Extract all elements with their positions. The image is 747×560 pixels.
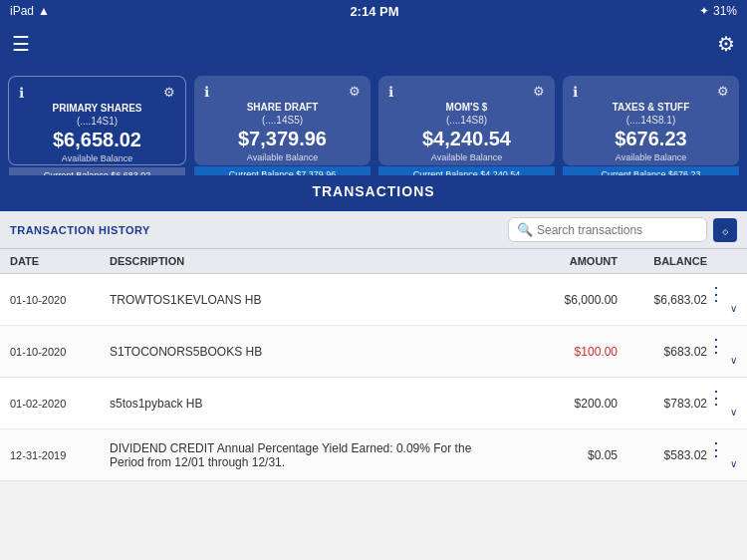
account-balance: $6,658.02	[19, 129, 175, 151]
tx-date: 01-02-2020	[10, 398, 110, 410]
tx-description: TROWTOS1KEVLOANS HB	[110, 293, 518, 307]
tx-date: 01-10-2020	[10, 294, 110, 306]
filter-icon: ⬦	[721, 222, 729, 238]
info-icon[interactable]: ℹ	[19, 85, 24, 101]
search-icon: 🔍	[517, 222, 533, 237]
header: ☰ ⚙	[0, 22, 747, 66]
account-number: (....14S5)	[204, 115, 361, 126]
balance-label: Available Balance	[388, 152, 545, 162]
account-name: TAXES & STUFF	[573, 102, 729, 113]
tx-date: 12-31-2019	[10, 449, 110, 461]
tx-amount: $6,000.00	[518, 293, 618, 307]
chevron-down-icon: ∨	[707, 355, 737, 366]
tx-more-menu[interactable]: ⋮ ∨	[707, 440, 737, 469]
current-balance-bar: Current Balance $6,683.02	[9, 167, 185, 175]
account-card-3[interactable]: ℹ ⚙ TAXES & STUFF (....14S8.1) $676.23 A…	[563, 76, 739, 165]
carrier-label: iPad	[10, 4, 34, 18]
more-dots-icon[interactable]: ⋮	[707, 285, 737, 303]
search-box: 🔍	[508, 217, 707, 242]
account-name: SHARE DRAFT	[204, 102, 361, 113]
tx-more-menu[interactable]: ⋮ ∨	[707, 389, 737, 418]
tx-more-menu[interactable]: ⋮ ∨	[707, 285, 737, 314]
tx-balance: $783.02	[618, 397, 707, 411]
more-dots-icon[interactable]: ⋮	[707, 440, 737, 458]
info-icon[interactable]: ℹ	[204, 84, 209, 100]
balance-label: Available Balance	[573, 152, 729, 162]
account-card-2[interactable]: ℹ ⚙ MOM'S $ (....14S8) $4,240.54 Availab…	[378, 76, 555, 165]
tx-more-menu[interactable]: ⋮ ∨	[707, 337, 737, 366]
table-header: DATE DESCRIPTION AMOUNT BALANCE	[0, 249, 747, 274]
settings-icon[interactable]: ⚙	[717, 32, 735, 56]
tx-amount: $200.00	[518, 397, 618, 411]
menu-icon[interactable]: ☰	[12, 32, 30, 56]
history-label: TRANSACTION HISTORY	[10, 224, 150, 236]
transactions-header: TRANSACTIONS	[0, 175, 747, 211]
transaction-history-bar: TRANSACTION HISTORY 🔍 ⬦	[0, 211, 747, 249]
tx-description: s5tos1pyback HB	[110, 397, 518, 411]
card-gear-icon[interactable]: ⚙	[349, 84, 361, 99]
info-icon[interactable]: ℹ	[388, 84, 393, 100]
status-bar: iPad ▲ 2:14 PM ✦ 31%	[0, 0, 747, 22]
table-row[interactable]: 12-31-2019 DIVIDEND CREDIT Annual Percen…	[0, 429, 747, 481]
table-row[interactable]: 01-10-2020 TROWTOS1KEVLOANS HB $6,000.00…	[0, 274, 747, 326]
card-gear-icon[interactable]: ⚙	[717, 84, 729, 99]
account-number: (....14S8.1)	[573, 115, 729, 126]
card-gear-icon[interactable]: ⚙	[163, 85, 175, 100]
tx-description: S1TOCONORS5BOOKS HB	[110, 345, 518, 359]
account-number: (....14S8)	[388, 115, 545, 126]
account-balance: $676.23	[573, 128, 729, 150]
account-card-1[interactable]: ℹ ⚙ SHARE DRAFT (....14S5) $7,379.96 Ava…	[194, 76, 371, 165]
balance-label: Available Balance	[204, 152, 361, 162]
col-header-balance: BALANCE	[618, 255, 707, 267]
more-dots-icon[interactable]: ⋮	[707, 337, 737, 355]
search-area: 🔍 ⬦	[508, 217, 737, 242]
current-balance-bar: Current Balance $4,240.54	[378, 166, 555, 175]
card-gear-icon[interactable]: ⚙	[533, 84, 545, 99]
current-balance-bar: Current Balance $7,379.96	[194, 166, 371, 175]
tx-date: 01-10-2020	[10, 346, 110, 358]
col-header-amount: AMOUNT	[518, 255, 618, 267]
chevron-down-icon: ∨	[707, 407, 737, 418]
transactions-title: TRANSACTIONS	[312, 183, 434, 199]
col-header-description: DESCRIPTION	[110, 255, 518, 267]
filter-button[interactable]: ⬦	[713, 218, 737, 242]
account-name: PRIMARY SHARES	[19, 103, 175, 114]
info-icon[interactable]: ℹ	[573, 84, 578, 100]
time-label: 2:14 PM	[350, 4, 398, 19]
search-input[interactable]	[537, 223, 696, 237]
table-row[interactable]: 01-02-2020 s5tos1pyback HB $200.00 $783.…	[0, 378, 747, 429]
account-name: MOM'S $	[388, 102, 545, 113]
tx-balance: $683.02	[618, 345, 707, 359]
battery-label: 31%	[713, 4, 737, 18]
balance-label: Available Balance	[19, 153, 175, 163]
account-number: (....14S1)	[19, 116, 175, 127]
account-balance: $4,240.54	[388, 128, 545, 150]
tx-balance: $6,683.02	[618, 293, 707, 307]
chevron-down-icon: ∨	[707, 458, 737, 469]
wifi-icon: ▲	[38, 4, 50, 18]
account-cards: ℹ ⚙ PRIMARY SHARES (....14S1) $6,658.02 …	[0, 66, 747, 175]
account-balance: $7,379.96	[204, 128, 361, 150]
more-dots-icon[interactable]: ⋮	[707, 389, 737, 407]
current-balance-bar: Current Balance $676.23	[563, 166, 739, 175]
bluetooth-icon: ✦	[699, 4, 709, 18]
tx-balance: $583.02	[618, 448, 707, 462]
table-row[interactable]: 01-10-2020 S1TOCONORS5BOOKS HB $100.00 $…	[0, 326, 747, 378]
tx-amount: $100.00	[518, 345, 618, 359]
tx-amount: $0.05	[518, 448, 618, 462]
chevron-down-icon: ∨	[707, 303, 737, 314]
transactions-list: 01-10-2020 TROWTOS1KEVLOANS HB $6,000.00…	[0, 274, 747, 481]
tx-description: DIVIDEND CREDIT Annual Percentage Yield …	[110, 441, 518, 469]
col-header-date: DATE	[10, 255, 110, 267]
account-card-0[interactable]: ℹ ⚙ PRIMARY SHARES (....14S1) $6,658.02 …	[8, 76, 186, 165]
